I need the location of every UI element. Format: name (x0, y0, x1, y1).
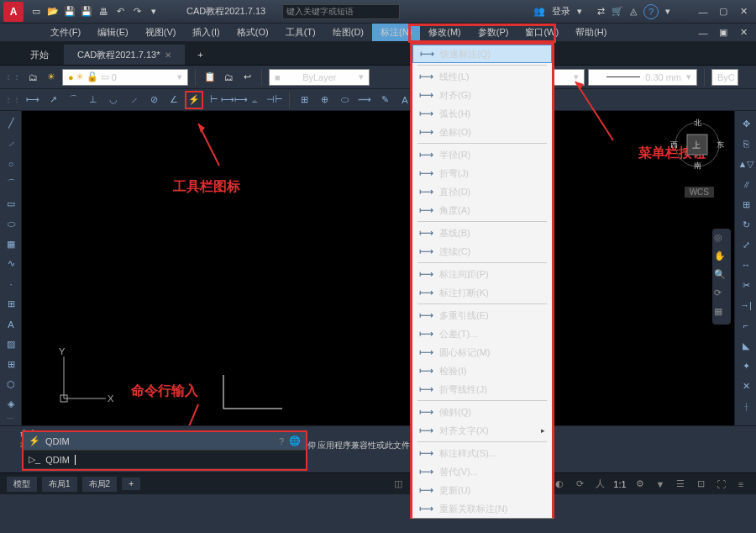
dim-inspect-icon[interactable]: ⬭ (335, 91, 354, 109)
redo-icon[interactable]: ↷ (129, 4, 144, 19)
table-icon[interactable]: ⊞ (2, 355, 20, 373)
array-icon[interactable]: ⊞ (737, 195, 755, 214)
ellipse-icon[interactable]: ⬭ (2, 214, 20, 233)
menu-param[interactable]: 参数(P) (470, 24, 517, 41)
menu-item[interactable]: ⟼倾斜(Q) (412, 403, 552, 421)
menu-item[interactable]: ⟼对齐(G) (412, 86, 552, 104)
layer-tool-icon[interactable]: 📋 (202, 70, 218, 85)
dim-jogged-icon[interactable]: ⟋ (124, 91, 143, 109)
menu-item[interactable]: ⟼标注打断(K) (412, 283, 552, 302)
point-icon[interactable]: · (2, 275, 20, 293)
layer-manager-icon[interactable]: 🗂 (25, 70, 40, 85)
menu-help[interactable]: 帮助(H) (567, 24, 615, 41)
menu-item[interactable]: ⟼更新(U) (412, 481, 552, 499)
layer-match-icon[interactable]: 🗂 (221, 70, 236, 85)
app-icon[interactable]: ◬ (630, 6, 637, 17)
dim-diameter-icon[interactable]: ⊘ (144, 91, 163, 109)
menu-item[interactable]: ⟼折弯线性(J) (412, 380, 552, 398)
hardware-accel-icon[interactable]: ⊡ (692, 476, 709, 493)
dim-ordinate-icon[interactable]: ⊥ (84, 91, 102, 109)
fillet-icon[interactable]: ⌐ (737, 316, 755, 335)
menu-item[interactable]: ⟼公差(T)... (412, 325, 552, 343)
menu-edit[interactable]: 编辑(E) (89, 24, 137, 41)
help-dropdown-icon[interactable]: ▾ (665, 6, 670, 17)
block-icon[interactable]: ⊞ (2, 295, 20, 314)
login-dropdown-icon[interactable]: ▾ (577, 6, 582, 17)
steering-wheel-icon[interactable]: ◎ (714, 232, 729, 247)
saveas-icon[interactable]: 💾 (79, 4, 94, 19)
command-input[interactable]: ▷_ QDIM (24, 451, 306, 469)
layer-prev-icon[interactable]: ↩ (239, 70, 255, 85)
cart-icon[interactable]: 🛒 (612, 6, 623, 17)
gear-icon[interactable]: ⚙ (632, 476, 648, 493)
minimize-button[interactable]: — (694, 4, 712, 19)
layer-combo[interactable]: ● ☀ 🔓 ▭ 0 ▾ (62, 69, 188, 86)
dim-aligned-icon[interactable]: ↗ (44, 91, 62, 109)
menu-modify[interactable]: 修改(M) (420, 24, 470, 41)
polygon-icon[interactable]: ⬡ (2, 375, 20, 393)
offset-icon[interactable]: ⫽ (737, 175, 755, 193)
plot-style-combo[interactable]: ByC (711, 69, 738, 86)
menu-item[interactable]: ⟼重新关联标注(N) (412, 499, 552, 518)
add-layout-button[interactable]: + (122, 478, 140, 490)
stretch-icon[interactable]: ↔ (737, 256, 755, 274)
orbit-icon[interactable]: ⟳ (714, 288, 729, 303)
hatch-icon[interactable]: ▦ (2, 235, 20, 253)
color-combo[interactable]: ■ ByLayer▾ (269, 69, 370, 86)
erase-icon[interactable]: ✕ (737, 377, 755, 395)
help-small-icon[interactable]: ? (279, 436, 284, 446)
customize-icon[interactable]: ≡ (732, 476, 749, 493)
search-input[interactable]: 键入关键字或短语 (282, 4, 400, 19)
menu-draw[interactable]: 绘图(D) (324, 24, 372, 41)
menu-dimension[interactable]: 标注(N) (372, 24, 420, 41)
dim-quick-icon[interactable]: ⚡ (185, 91, 203, 109)
extend-icon[interactable]: →| (737, 296, 755, 314)
menu-item[interactable]: ⟼标注间距(P) (412, 265, 552, 283)
line-icon[interactable]: ╱ (2, 114, 20, 133)
help-icon[interactable]: ? (643, 4, 659, 19)
doc-restore-button[interactable]: ▣ (714, 25, 732, 40)
menu-item[interactable]: ⟼检验(I) (412, 361, 552, 380)
menu-item[interactable]: ⟼弧长(H) (412, 104, 552, 123)
doc-close-button[interactable]: ✕ (734, 25, 753, 40)
model-paper-toggle[interactable]: ◫ (390, 476, 407, 493)
menu-item[interactable]: ⟼坐标(O) (412, 123, 552, 141)
close-button[interactable]: ✕ (734, 4, 753, 19)
doc-minimize-button[interactable]: — (694, 25, 712, 40)
copy-icon[interactable]: ⎘ (737, 135, 755, 153)
text-icon[interactable]: A (2, 315, 20, 334)
mirror-icon[interactable]: ▲▽ (737, 155, 755, 173)
dim-arc-icon[interactable]: ⌒ (64, 91, 82, 109)
menu-insert[interactable]: 插入(I) (184, 24, 228, 41)
plot-icon[interactable]: 🖶 (96, 4, 111, 19)
pline-icon[interactable]: ⟋ (2, 135, 20, 153)
menu-item[interactable]: ⟼替代(V)... (412, 462, 552, 481)
account-icon[interactable]: 👥 (533, 6, 545, 17)
menu-item[interactable]: ⟼连续(C) (412, 242, 552, 261)
dim-radius-icon[interactable]: ◡ (104, 91, 123, 109)
globe-icon[interactable]: 🌐 (289, 435, 301, 446)
annomon-toggle[interactable]: 人 (591, 476, 608, 493)
menu-item[interactable]: ⟼标注样式(S)... (412, 444, 552, 462)
login-button[interactable]: 登录 (552, 5, 570, 18)
dim-linear-icon[interactable]: ⟼ (24, 91, 42, 109)
new-icon[interactable]: ▭ (29, 4, 44, 19)
model-space[interactable]: 工具栏图标 菜单栏按钮 命令行输入 YX 北 南 东 西 上 WCS ◎ ✋ 🔍… (22, 111, 756, 425)
menu-tools[interactable]: 工具(T) (277, 24, 324, 41)
menu-item[interactable]: ⟼多重引线(E) (412, 306, 552, 325)
scale-icon[interactable]: ⤢ (737, 235, 755, 254)
layout2-tab[interactable]: 布局2 (82, 477, 118, 492)
clean-screen-icon[interactable]: ⛶ (712, 476, 729, 493)
grip-icon[interactable]: ⋯ (2, 415, 19, 422)
showmotion-icon[interactable]: ▦ (714, 306, 729, 321)
rectangle-icon[interactable]: ▭ (2, 194, 20, 213)
region-icon[interactable]: ▨ (2, 335, 20, 353)
arc-icon[interactable]: ⌒ (2, 175, 20, 193)
annoscale[interactable]: 1:1 (612, 476, 628, 493)
layout1-tab[interactable]: 布局1 (42, 477, 77, 492)
move-icon[interactable]: ✥ (737, 114, 755, 133)
circle-icon[interactable]: ○ (2, 155, 20, 173)
dim-center-icon[interactable]: ⊕ (315, 91, 333, 109)
pan-icon[interactable]: ✋ (714, 251, 729, 266)
menu-view[interactable]: 视图(V) (137, 24, 185, 41)
